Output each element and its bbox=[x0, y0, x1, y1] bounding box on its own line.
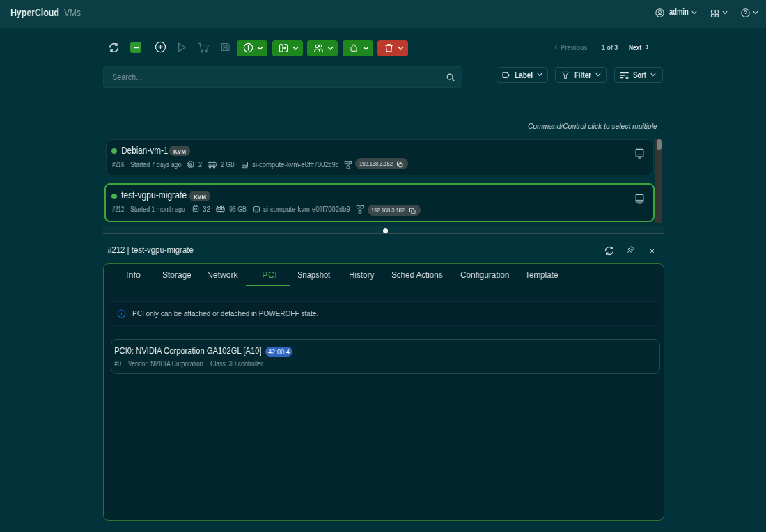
svg-text:RAM: RAM bbox=[210, 163, 216, 166]
svg-text:RAM: RAM bbox=[217, 208, 224, 211]
